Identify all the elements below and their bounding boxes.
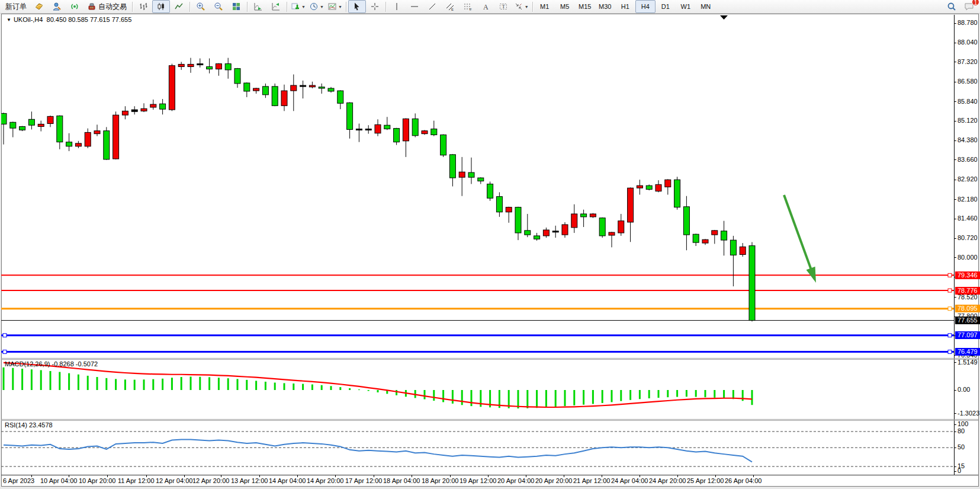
- macd-histogram-bar: [59, 372, 60, 391]
- candle-body: [412, 119, 418, 135]
- candle-body: [506, 207, 512, 212]
- line-chart-button[interactable]: [170, 0, 188, 13]
- price-tick-label: 83.660: [957, 156, 978, 163]
- hline-price-badge: 76.479: [955, 348, 980, 356]
- candle-body: [244, 83, 250, 91]
- zoom-out-button[interactable]: [210, 0, 227, 13]
- macd-histogram-bar: [667, 390, 669, 397]
- timeframe-button-MN[interactable]: MN: [696, 0, 716, 13]
- toolbar-separator: [346, 2, 346, 12]
- timeframe-button-H4[interactable]: H4: [635, 0, 656, 13]
- label-button[interactable]: T: [494, 0, 512, 13]
- arrows-button[interactable]: ▼: [512, 0, 531, 13]
- templates-button[interactable]: ▼: [326, 0, 344, 13]
- candle-body: [525, 231, 531, 235]
- macd-histogram-bar: [246, 380, 248, 390]
- candle-body: [730, 240, 736, 255]
- auto-scroll-button[interactable]: [249, 0, 267, 13]
- macd-histogram-bar: [714, 390, 715, 398]
- macd-histogram-bar: [199, 377, 201, 390]
- main-toolbar: 新订单 自动交易 ▼ ▼ ▼ E F A T ▼ M1M5M15M30H1H4D…: [0, 0, 980, 14]
- new-order-button[interactable]: 新订单: [2, 0, 30, 13]
- chevron-down-icon: ▼: [338, 5, 342, 9]
- macd-histogram-bar: [97, 377, 98, 390]
- candle-body: [628, 188, 634, 222]
- channel-button[interactable]: E: [441, 0, 459, 13]
- fibonacci-button[interactable]: F: [459, 0, 477, 13]
- line-handle[interactable]: [948, 289, 952, 292]
- timeframe-button-M1[interactable]: M1: [535, 0, 555, 13]
- line-handle[interactable]: [948, 350, 952, 354]
- autotrade-button[interactable]: 自动交易: [83, 0, 130, 13]
- time-tick-label: 24 Apr 20:00: [649, 477, 686, 484]
- candle-body: [562, 225, 568, 235]
- candle-body: [319, 87, 324, 88]
- horizontal-line-icon: [410, 2, 419, 11]
- indicators-button[interactable]: ▼: [289, 0, 307, 13]
- candle-body: [150, 104, 156, 107]
- candle-body: [431, 129, 437, 135]
- macd-histogram-bar: [751, 390, 753, 405]
- zoom-in-button[interactable]: [192, 0, 210, 13]
- timeframe-button-H1[interactable]: H1: [615, 0, 635, 13]
- candle-body: [646, 186, 652, 189]
- gold-book-icon[interactable]: [30, 0, 48, 13]
- candle-body: [347, 103, 353, 129]
- cursor-button[interactable]: [348, 0, 366, 13]
- signals-icon[interactable]: [66, 0, 83, 13]
- candle-body: [459, 172, 465, 177]
- vertical-line-button[interactable]: [388, 0, 406, 13]
- candle-body: [571, 214, 577, 228]
- candle-body: [581, 214, 587, 217]
- line-handle[interactable]: [3, 350, 7, 354]
- macd-histogram-bar: [284, 383, 285, 390]
- tile-windows-button[interactable]: [227, 0, 245, 13]
- candle-body: [693, 234, 699, 242]
- timeframe-button-D1[interactable]: D1: [656, 0, 676, 13]
- macd-histogram-bar: [611, 390, 613, 402]
- macd-histogram-bar: [40, 370, 42, 390]
- macd-tick-label: 0.00: [957, 386, 970, 393]
- candle-body: [487, 184, 493, 198]
- text-button[interactable]: A: [477, 0, 494, 13]
- timeframe-button-M15[interactable]: M15: [575, 0, 595, 13]
- chat-button[interactable]: 1: [960, 0, 978, 13]
- candle-body: [749, 246, 755, 321]
- candle-body: [113, 115, 119, 159]
- svg-text:F: F: [470, 8, 472, 11]
- timeframe-button-M30[interactable]: M30: [595, 0, 615, 13]
- fibonacci-icon: F: [463, 2, 473, 11]
- macd-histogram-bar: [12, 368, 14, 390]
- search-button[interactable]: [943, 0, 960, 13]
- macd-histogram-bar: [87, 376, 89, 390]
- price-tick-label: 82.920: [957, 175, 978, 183]
- community-icon[interactable]: [48, 0, 66, 13]
- candle-body: [702, 239, 708, 243]
- macd-histogram-bar: [518, 390, 519, 408]
- candle-body: [104, 131, 110, 159]
- line-handle[interactable]: [948, 307, 952, 311]
- candle-body: [281, 91, 287, 106]
- line-handle[interactable]: [948, 334, 952, 337]
- bar-chart-button[interactable]: [134, 0, 152, 13]
- chevron-down-icon: ▼: [320, 5, 324, 9]
- trendline-button[interactable]: [423, 0, 441, 13]
- collapse-arrow-icon[interactable]: ▼: [7, 17, 11, 23]
- chart-shift-button[interactable]: [267, 0, 285, 13]
- line-handle[interactable]: [3, 334, 7, 337]
- crosshair-button[interactable]: [366, 0, 384, 13]
- candle-body: [300, 85, 306, 87]
- candlestick-button[interactable]: [152, 0, 170, 13]
- candle-body: [178, 64, 184, 66]
- timeframe-button-M5[interactable]: M5: [555, 0, 575, 13]
- toolbar-separator: [247, 2, 248, 12]
- rsi-tick-label: 80: [957, 427, 965, 434]
- price-tick-label: 85.120: [957, 117, 978, 124]
- macd-histogram-bar: [302, 384, 304, 390]
- timeframe-button-W1[interactable]: W1: [676, 0, 696, 13]
- price-tick-label: 86.580: [957, 78, 978, 85]
- periods-button[interactable]: ▼: [307, 0, 326, 13]
- horizontal-line-button[interactable]: [406, 0, 423, 13]
- line-handle[interactable]: [948, 273, 952, 277]
- macd-histogram-bar: [686, 390, 687, 397]
